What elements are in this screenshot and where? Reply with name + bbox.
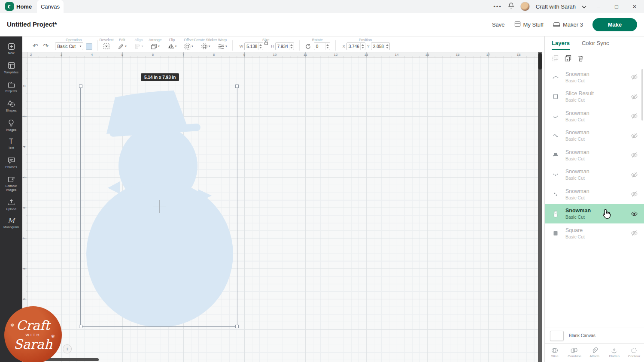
align-icon[interactable] (134, 43, 141, 50)
rotate-input[interactable]: 0 (314, 42, 330, 50)
delete-trash-icon[interactable] (577, 55, 584, 62)
position-x-input[interactable]: 3.746 (346, 42, 365, 50)
window-close-button[interactable]: ✕ (629, 3, 641, 10)
layer-row[interactable]: SnowmanBasic Cut (545, 126, 644, 146)
attach-button[interactable]: Attach (584, 344, 604, 362)
window-minimize-button[interactable]: – (592, 3, 605, 10)
offset-icon[interactable] (184, 43, 191, 50)
machine-selector[interactable]: Maker 3 (553, 21, 583, 28)
caret-down-icon[interactable]: ▾ (191, 45, 193, 48)
notifications-bell-icon[interactable] (508, 2, 514, 11)
zoom-in-button[interactable]: + (63, 344, 72, 353)
position-x-stepper[interactable] (360, 43, 365, 50)
caret-down-icon[interactable]: ▾ (158, 45, 160, 48)
layer-operation: Basic Cut (565, 156, 631, 161)
visibility-hidden-icon[interactable] (631, 229, 638, 237)
caret-down-icon[interactable]: ▾ (225, 45, 227, 48)
resize-handle-top-right[interactable] (235, 84, 239, 88)
more-options-icon[interactable]: ••• (493, 3, 502, 10)
user-avatar[interactable] (520, 2, 530, 11)
resize-handle-top-left[interactable] (79, 84, 82, 88)
caret-down-icon[interactable]: ▾ (175, 45, 177, 48)
position-y-input[interactable]: 2.058 (371, 42, 390, 50)
sidebar-item-images[interactable]: Images (0, 118, 22, 134)
warp-icon[interactable] (218, 43, 225, 50)
sidebar-item-editable-images[interactable]: Editable Images (0, 174, 22, 193)
caret-down-icon[interactable]: ▾ (125, 45, 127, 48)
visibility-visible-icon[interactable] (631, 210, 638, 217)
tab-color-sync[interactable]: Color Sync (582, 36, 609, 50)
tab-layers[interactable]: Layers (552, 36, 570, 50)
blank-canvas-row[interactable]: Blank Canvas (545, 328, 644, 343)
edit-pencil-icon[interactable] (118, 43, 124, 50)
layer-row[interactable]: SquareBasic Cut (545, 223, 644, 243)
layer-row-selected[interactable]: SnowmanBasic Cut (545, 204, 644, 224)
cricut-logo-icon[interactable] (5, 2, 14, 11)
sidebar-item-text[interactable]: T Text (0, 136, 22, 152)
color-swatch[interactable] (86, 43, 92, 50)
create-sticker-icon[interactable] (201, 43, 208, 50)
caret-down-icon[interactable]: ▾ (142, 45, 143, 48)
sidebar-item-upload[interactable]: Upload (0, 197, 22, 213)
save-button[interactable]: Save (492, 21, 505, 28)
flip-icon[interactable] (167, 43, 174, 50)
arrange-icon[interactable] (151, 43, 157, 50)
home-tab[interactable]: Home (16, 3, 32, 10)
panel-scrollbar-thumb[interactable] (641, 69, 643, 121)
width-stepper[interactable] (258, 43, 263, 50)
visibility-hidden-icon[interactable] (631, 73, 638, 81)
visibility-hidden-icon[interactable] (631, 151, 638, 159)
resize-handle-bottom-right[interactable] (235, 325, 239, 328)
rotate-stepper[interactable] (325, 43, 330, 50)
vertical-scrollbar[interactable] (538, 52, 542, 362)
canvas-tab[interactable]: Canvas (37, 0, 64, 13)
rotate-icon[interactable] (305, 43, 311, 50)
deselect-icon[interactable] (103, 43, 110, 50)
account-name[interactable]: Craft with Sarah (536, 3, 576, 10)
visibility-hidden-icon[interactable] (631, 132, 638, 139)
edit-toolbar: ↶ ↷ Operation Basic Cut ▾ Deselect Edit … (22, 36, 544, 52)
sidebar-item-shapes[interactable]: Shapes (0, 98, 22, 115)
sidebar-item-projects[interactable]: Projects (0, 79, 22, 95)
layer-row[interactable]: SnowmanBasic Cut (545, 145, 644, 165)
contour-button[interactable]: Contour (624, 344, 644, 362)
height-input[interactable]: 7.934 (275, 42, 294, 50)
design-canvas[interactable]: 5.14 in x 7.93 in (28, 58, 538, 362)
my-stuff-button[interactable]: My Stuff (514, 21, 544, 28)
sidebar-item-new[interactable]: New (0, 41, 22, 57)
vertical-scrollbar-thumb[interactable] (538, 53, 542, 69)
combine-button[interactable]: Combine (565, 344, 584, 362)
layer-row[interactable]: SnowmanBasic Cut (545, 106, 644, 126)
layer-row[interactable]: SnowmanBasic Cut (545, 67, 644, 87)
make-button[interactable]: Make (592, 18, 637, 31)
caret-down-icon[interactable]: ▾ (209, 45, 210, 48)
sidebar-item-phrases[interactable]: Phrases (0, 155, 22, 171)
account-chevron-down-icon[interactable] (582, 3, 586, 10)
aspect-lock-icon[interactable] (264, 39, 268, 47)
slice-button[interactable]: Slice (545, 344, 565, 362)
window-maximize-button[interactable]: □ (611, 3, 623, 10)
group-icon[interactable] (552, 55, 559, 62)
layer-row[interactable]: SnowmanBasic Cut (545, 165, 644, 185)
layer-row[interactable]: Slice ResultBasic Cut (545, 87, 644, 107)
sidebar-item-templates[interactable]: Templates (0, 60, 22, 76)
horizontal-scrollbar-thumb[interactable] (45, 358, 99, 361)
blank-canvas-label: Blank Canvas (569, 333, 595, 338)
undo-button[interactable]: ↶ (30, 42, 41, 50)
operation-select[interactable]: Basic Cut ▾ (55, 42, 83, 50)
flatten-button[interactable]: Flatten (605, 344, 624, 362)
width-input[interactable]: 5.138 (244, 42, 263, 50)
layer-row[interactable]: SnowmanBasic Cut (545, 184, 644, 204)
visibility-hidden-icon[interactable] (631, 112, 638, 120)
sidebar-item-monogram[interactable]: M Monogram (0, 216, 22, 231)
blank-canvas-swatch[interactable] (550, 331, 564, 341)
visibility-hidden-icon[interactable] (631, 93, 638, 100)
resize-handle-bottom-left[interactable] (79, 325, 82, 328)
selection-bounding-box[interactable] (80, 86, 237, 327)
visibility-hidden-icon[interactable] (631, 171, 638, 178)
redo-button[interactable]: ↷ (41, 42, 52, 50)
height-stepper[interactable] (289, 43, 294, 50)
visibility-hidden-icon[interactable] (631, 190, 638, 198)
position-y-stepper[interactable] (385, 43, 389, 50)
duplicate-icon[interactable] (565, 55, 571, 62)
